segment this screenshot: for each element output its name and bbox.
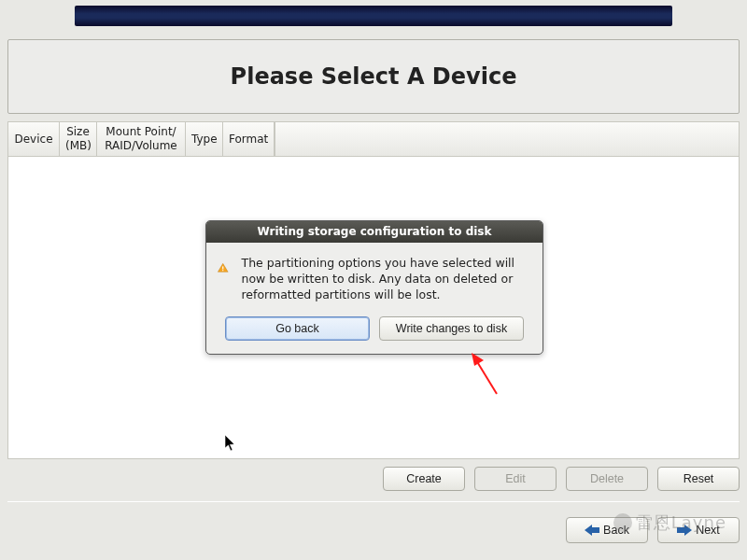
svg-marker-7 [677,525,692,536]
action-row: Create Edit Delete Reset [7,467,740,491]
edit-button: Edit [474,467,557,491]
col-size[interactable]: Size (MB) [60,122,97,156]
write-changes-button[interactable]: Write changes to disk [379,316,524,341]
go-back-button[interactable]: Go back [225,316,370,341]
warning-icon [218,256,229,280]
col-mount[interactable]: Mount Point/ RAID/Volume [97,122,186,156]
partition-table-header: Device Size (MB) Mount Point/ RAID/Volum… [7,121,740,157]
dialog-message: The partitioning options you have select… [242,256,530,303]
col-format[interactable]: Format [223,122,275,156]
svg-rect-1 [222,266,223,269]
reset-button[interactable]: Reset [657,467,740,491]
title-panel: Please Select A Device [7,39,740,114]
page-title: Please Select A Device [231,63,517,90]
create-button[interactable]: Create [383,467,465,491]
svg-marker-6 [585,525,599,536]
col-device-label: Device [14,133,53,147]
header-banner [75,6,672,26]
col-type[interactable]: Type [186,122,223,156]
col-spacer [275,122,739,156]
arrow-left-icon [585,525,599,536]
col-type-label: Type [191,133,217,147]
nav-row: Back Next [566,517,740,543]
confirm-dialog: Writing storage configuration to disk Th… [205,220,543,355]
col-mount-label: Mount Point/ RAID/Volume [103,125,179,153]
col-format-label: Format [229,133,268,147]
delete-button: Delete [566,467,648,491]
divider [7,501,740,502]
dialog-title: Writing storage configuration to disk [206,221,543,243]
next-label: Next [696,524,720,537]
back-label: Back [603,524,629,537]
svg-point-2 [222,270,223,271]
col-size-label: Size (MB) [65,125,91,153]
col-device[interactable]: Device [8,122,60,156]
arrow-right-icon [677,525,692,536]
back-button[interactable]: Back [566,517,648,543]
next-button[interactable]: Next [657,517,740,543]
